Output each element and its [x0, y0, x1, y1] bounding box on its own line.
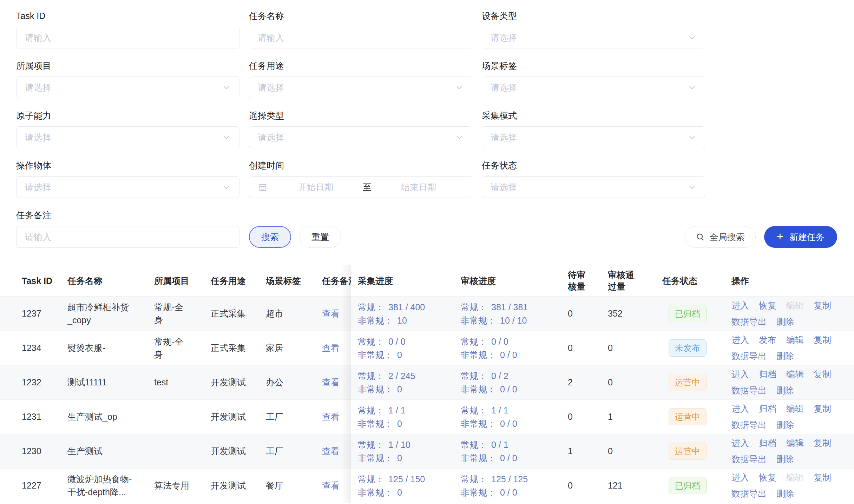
reset-button[interactable]: 重置: [300, 226, 341, 248]
col-review-progress: 审核进度: [461, 275, 568, 287]
action-delete[interactable]: 删除: [776, 384, 794, 397]
action-publish[interactable]: 发布: [759, 333, 776, 346]
action-export[interactable]: 数据导出: [731, 453, 767, 466]
chevron-down-icon: [688, 83, 696, 92]
task-purpose-select[interactable]: 请选择: [249, 77, 472, 98]
regular-label: 常规：: [461, 369, 487, 383]
cell-task-status: 运营中: [662, 408, 731, 425]
cell-collect-progress: 常规：1 / 1 非常规：0: [358, 404, 461, 430]
action-enter[interactable]: 进入: [731, 402, 749, 415]
start-date-placeholder[interactable]: 开始日期: [271, 181, 361, 193]
action-delete[interactable]: 删除: [776, 418, 794, 431]
end-date-placeholder[interactable]: 结束日期: [374, 181, 464, 193]
task-id-input[interactable]: [16, 27, 239, 48]
action-edit[interactable]: 编辑: [786, 333, 804, 346]
irregular-label: 非常规：: [461, 451, 496, 465]
teleop-type-select[interactable]: 请选择: [249, 126, 472, 148]
collect-regular-value: 1 / 1: [388, 404, 406, 417]
action-copy[interactable]: 复制: [814, 299, 831, 312]
irregular-label: 非常规：: [461, 314, 496, 327]
search-button[interactable]: 搜索: [249, 226, 291, 248]
action-export[interactable]: 数据导出: [731, 315, 767, 328]
project-select[interactable]: 请选择: [16, 77, 239, 98]
cell-collect-progress: 常规：1 / 10 非常规：0: [358, 438, 461, 465]
table-row: 1231 生产测试_op 开发测试 工厂 查看 常规：1 / 1 非常规：0 常…: [0, 399, 854, 434]
create-time-range-picker[interactable]: 开始日期 至 结束日期: [249, 176, 472, 198]
operation-object-select[interactable]: 请选择: [16, 176, 239, 198]
cell-review-progress: 常规：0 / 2 非常规：0 / 0: [461, 369, 568, 396]
action-copy[interactable]: 复制: [814, 333, 831, 346]
action-edit[interactable]: 编辑: [786, 437, 804, 450]
action-archive[interactable]: 归档: [759, 368, 776, 381]
task-status-select[interactable]: 请选择: [482, 176, 705, 198]
action-delete[interactable]: 删除: [776, 487, 794, 500]
action-delete[interactable]: 删除: [776, 453, 794, 466]
select-placeholder: 请选择: [491, 181, 688, 193]
cell-collect-progress: 常规：381 / 400 非常规：10: [358, 300, 461, 327]
view-remark-link[interactable]: 查看: [322, 343, 340, 353]
create-task-button[interactable]: + 新建任务: [764, 226, 837, 248]
cell-task-id: 1237: [22, 309, 67, 319]
irregular-label: 非常规：: [358, 451, 393, 465]
action-delete[interactable]: 删除: [776, 350, 794, 363]
review-regular-value: 0 / 1: [491, 438, 508, 451]
action-restore[interactable]: 恢复: [759, 299, 776, 312]
cell-scene-tag: 家居: [266, 342, 322, 354]
col-collect-progress: 采集进度: [358, 275, 461, 287]
atomic-ability-select[interactable]: 请选择: [16, 126, 239, 148]
action-export[interactable]: 数据导出: [731, 384, 767, 397]
col-remark: 任务备注: [322, 275, 351, 287]
collect-mode-select[interactable]: 请选择: [482, 126, 705, 148]
task-remark-input[interactable]: [16, 226, 239, 248]
chevron-down-icon: [688, 33, 696, 42]
irregular-label: 非常规：: [358, 314, 393, 327]
cell-remark: 查看: [322, 480, 351, 491]
action-edit[interactable]: 编辑: [786, 402, 804, 415]
global-search-button[interactable]: 全局搜索: [685, 226, 756, 248]
cell-remark: 查看: [322, 308, 351, 319]
action-enter[interactable]: 进入: [731, 471, 749, 484]
col-pending-review: 待审核量: [568, 269, 608, 292]
device-type-select[interactable]: 请选择: [482, 27, 705, 48]
action-copy[interactable]: 复制: [814, 402, 831, 415]
action-edit[interactable]: 编辑: [786, 368, 804, 381]
view-remark-link[interactable]: 查看: [322, 446, 340, 456]
view-remark-link[interactable]: 查看: [322, 309, 340, 318]
task-name-input[interactable]: [249, 27, 472, 48]
status-badge: 运营中: [669, 443, 707, 460]
scene-tag-select[interactable]: 请选择: [482, 77, 705, 98]
action-enter[interactable]: 进入: [731, 299, 749, 312]
view-remark-link[interactable]: 查看: [322, 480, 340, 490]
action-enter[interactable]: 进入: [731, 368, 749, 381]
action-delete[interactable]: 删除: [776, 315, 794, 328]
view-remark-link[interactable]: 查看: [322, 412, 340, 422]
action-export[interactable]: 数据导出: [731, 487, 767, 500]
cell-task-name: 生产测试: [67, 445, 154, 458]
chevron-down-icon: [688, 183, 696, 191]
action-copy[interactable]: 复制: [814, 437, 831, 450]
filter-atomic-ability: 原子能力 请选择: [16, 110, 239, 148]
filter-create-time: 创建时间 开始日期 至 结束日期: [249, 160, 472, 198]
cell-purpose: 开发测试: [211, 445, 266, 457]
action-archive[interactable]: 归档: [759, 402, 776, 415]
action-export[interactable]: 数据导出: [731, 418, 767, 431]
action-enter[interactable]: 进入: [731, 437, 749, 450]
action-copy[interactable]: 复制: [814, 368, 831, 381]
action-restore[interactable]: 恢复: [759, 471, 776, 484]
review-regular-value: 125 / 125: [491, 472, 528, 486]
view-remark-link[interactable]: 查看: [322, 377, 340, 387]
regular-label: 常规：: [461, 404, 487, 417]
filter-label: 任务用途: [249, 60, 472, 71]
regular-label: 常规：: [358, 404, 384, 417]
filter-label: 创建时间: [249, 160, 472, 171]
irregular-label: 非常规：: [358, 348, 393, 362]
action-copy[interactable]: 复制: [814, 471, 831, 484]
table-header: Task ID 任务名称 所属项目 任务用途 场景标签 任务备注 采集进度 审核…: [0, 265, 854, 296]
action-archive[interactable]: 归档: [759, 437, 776, 450]
search-icon: [696, 232, 705, 242]
action-enter[interactable]: 进入: [731, 333, 749, 346]
chevron-down-icon: [688, 133, 696, 141]
action-export[interactable]: 数据导出: [731, 350, 767, 363]
cell-purpose: 正式采集: [211, 308, 266, 319]
chevron-down-icon: [455, 133, 464, 141]
